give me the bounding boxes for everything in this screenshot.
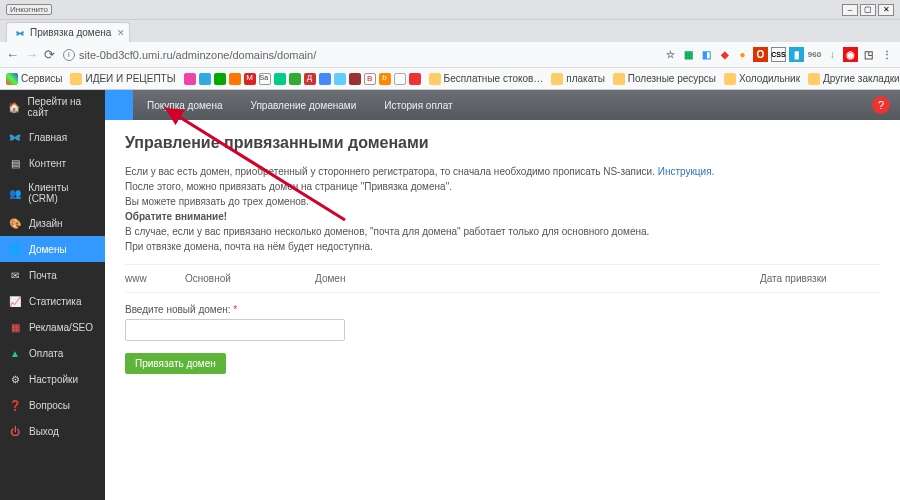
ext-icon[interactable]: ▮: [789, 47, 804, 62]
tab-buy-domain[interactable]: Покупка домена: [133, 90, 237, 120]
sidebar-item-label: Дизайн: [29, 218, 63, 229]
sidebar-item-label: Домены: [29, 244, 67, 255]
forward-button[interactable]: →: [25, 47, 38, 62]
ext-icon[interactable]: ◉: [843, 47, 858, 62]
tab-bind-domain[interactable]: [105, 90, 133, 120]
intro-text: Если у вас есть домен, приобретенный у с…: [125, 164, 880, 254]
reload-button[interactable]: ⟳: [44, 47, 55, 62]
tab-manage-domains[interactable]: Управление доменами: [237, 90, 371, 120]
butterfly-icon: [8, 130, 22, 144]
ext-icon[interactable]: ↓: [825, 47, 840, 62]
apps-button[interactable]: Сервисы: [6, 73, 62, 85]
ext-icon[interactable]: ●: [735, 47, 750, 62]
address-bar: ← → ⟳ i site-0bd3cf0.umi.ru/adminzone/do…: [0, 42, 900, 68]
section-tabs: Покупка домена Управление доменами Истор…: [105, 90, 900, 120]
instructions-link[interactable]: Инструкция.: [658, 166, 715, 177]
sidebar-item-home[interactable]: Главная: [0, 124, 105, 150]
sidebar-item-seo[interactable]: ▦Реклама/SEO: [0, 314, 105, 340]
field-label-text: Введите новый домен:: [125, 304, 231, 315]
ext-icon[interactable]: ◳: [861, 47, 876, 62]
sidebar-item-logout[interactable]: ⏻Выход: [0, 418, 105, 444]
ext-icon[interactable]: ▦: [681, 47, 696, 62]
folder-icon: [551, 73, 563, 85]
seo-icon: ▦: [8, 320, 22, 334]
sidebar-item-label: Перейти на сайт: [28, 96, 97, 118]
sidebar-item-label: Выход: [29, 426, 59, 437]
users-icon: 👥: [8, 186, 21, 200]
ext-icon[interactable]: 960: [807, 47, 822, 62]
folder-icon: [70, 73, 82, 85]
sidebar-item-label: Настройки: [29, 374, 78, 385]
tab-label: История оплат: [384, 100, 452, 111]
bookmark-folder[interactable]: Другие закладки: [808, 73, 900, 85]
sidebar-item-payment[interactable]: ▲Оплата: [0, 340, 105, 366]
sidebar-item-label: Оплата: [29, 348, 63, 359]
intro-line: В случае, если у вас привязано несколько…: [125, 226, 649, 237]
sidebar-item-label: Статистика: [29, 296, 82, 307]
menu-icon[interactable]: ⋮: [879, 47, 894, 62]
folder-icon: [808, 73, 820, 85]
sidebar-item-gotosite[interactable]: 🏠Перейти на сайт: [0, 90, 105, 124]
browser-tab[interactable]: Привязка домена ✕: [6, 22, 130, 42]
url-display[interactable]: i site-0bd3cf0.umi.ru/adminzone/domains/…: [63, 49, 316, 61]
back-button[interactable]: ←: [6, 47, 19, 62]
bookmark-label: Другие закладки: [823, 73, 900, 84]
content: Управление привязанными доменами Если у …: [105, 120, 900, 388]
maximize-button[interactable]: ▢: [860, 4, 876, 16]
required-mark: *: [233, 304, 237, 315]
ext-icon[interactable]: ◆: [717, 47, 732, 62]
window-titlebar: Инкогнито – ▢ ✕: [0, 0, 900, 20]
tab-payment-history[interactable]: История оплат: [370, 90, 466, 120]
extension-icons: ☆ ▦ ◧ ◆ ● O CSS ▮ 960 ↓ ◉ ◳ ⋮: [663, 47, 894, 62]
browser-tab-title: Привязка домена: [30, 27, 111, 38]
star-icon[interactable]: ☆: [663, 47, 678, 62]
bookmark-folder[interactable]: ИДЕИ И РЕЦЕПТЫ: [70, 73, 175, 85]
help-icon[interactable]: ?: [872, 96, 890, 114]
folder-icon: [724, 73, 736, 85]
power-icon: ⏻: [8, 424, 22, 438]
chart-icon: 📈: [8, 294, 22, 308]
bookmark-folder[interactable]: Полезные ресурсы: [613, 73, 716, 85]
site-info-icon[interactable]: i: [63, 49, 75, 61]
sidebar-item-stats[interactable]: 📈Статистика: [0, 288, 105, 314]
bookmark-folder[interactable]: Холодильник: [724, 73, 800, 85]
sidebar-item-faq[interactable]: ❓Вопросы: [0, 392, 105, 418]
bind-domain-button[interactable]: Привязать домен: [125, 353, 226, 374]
sidebar: 🏠Перейти на сайт Главная ▤Контент 👥Клиен…: [0, 90, 105, 500]
ext-icon[interactable]: ◧: [699, 47, 714, 62]
sidebar-item-mail[interactable]: ✉Почта: [0, 262, 105, 288]
bookmark-label: Бесплатные стоков…: [444, 73, 544, 84]
tab-label: Покупка домена: [147, 100, 223, 111]
sidebar-item-content[interactable]: ▤Контент: [0, 150, 105, 176]
globe-icon: 🌐: [8, 242, 22, 256]
bookmark-icon-row[interactable]: MSaДВb: [184, 73, 421, 85]
sidebar-item-crm[interactable]: 👥Клиенты (CRM): [0, 176, 105, 210]
new-domain-input[interactable]: [125, 319, 345, 341]
sidebar-item-settings[interactable]: ⚙Настройки: [0, 366, 105, 392]
bookmark-label: Сервисы: [21, 73, 62, 84]
intro-line: Если у вас есть домен, приобретенный у с…: [125, 166, 658, 177]
ext-icon[interactable]: O: [753, 47, 768, 62]
ext-icon[interactable]: CSS: [771, 47, 786, 62]
intro-line: При отвязке домена, почта на нём будет н…: [125, 241, 373, 252]
sidebar-item-domains[interactable]: 🌐Домены: [0, 236, 105, 262]
bookmark-folder[interactable]: плакаты: [551, 73, 605, 85]
close-tab-icon[interactable]: ✕: [117, 28, 125, 38]
sidebar-item-label: Почта: [29, 270, 57, 281]
mail-icon: ✉: [8, 268, 22, 282]
butterfly-icon: [15, 28, 25, 38]
col-date: Дата привязки: [760, 273, 880, 284]
sidebar-item-label: Контент: [29, 158, 66, 169]
close-window-button[interactable]: ✕: [878, 4, 894, 16]
bookmarks-bar: Сервисы ИДЕИ И РЕЦЕПТЫ MSaДВb Бесплатные…: [0, 68, 900, 90]
bookmark-folder[interactable]: Бесплатные стоков…: [429, 73, 544, 85]
sidebar-item-design[interactable]: 🎨Дизайн: [0, 210, 105, 236]
minimize-button[interactable]: –: [842, 4, 858, 16]
bookmark-label: ИДЕИ И РЕЦЕПТЫ: [85, 73, 175, 84]
browser-tabstrip: Привязка домена ✕: [0, 20, 900, 42]
doc-icon: ▤: [8, 156, 22, 170]
tab-label: Управление доменами: [251, 100, 357, 111]
folder-icon: [429, 73, 441, 85]
new-domain-label: Введите новый домен: *: [125, 304, 237, 315]
folder-icon: [613, 73, 625, 85]
